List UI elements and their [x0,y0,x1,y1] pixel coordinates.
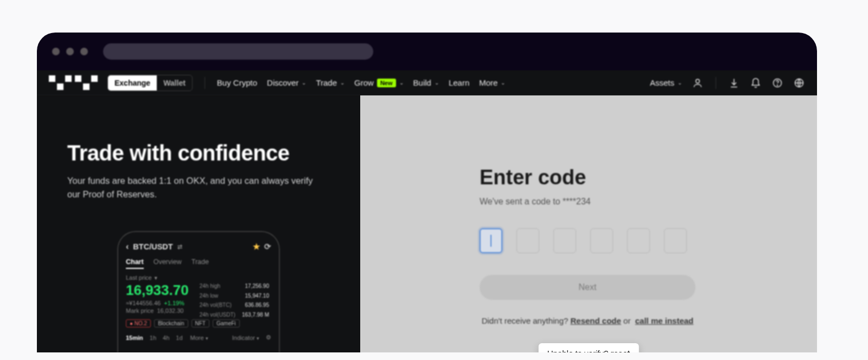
stat-grid: 24h high17,256.90 24h low15,947.10 24h v… [199,281,270,320]
tf-4h: 4h [163,335,169,341]
tf-15min: 15min [126,335,143,341]
settings-icon: ⚙ [266,334,271,341]
help-icon[interactable] [771,77,783,89]
code-digit-6[interactable] [664,228,687,253]
trading-pair: BTC/USDT [133,242,173,251]
brand-logo[interactable] [49,75,98,90]
tab-chart: Chart [126,258,144,269]
hero-title: Trade with confidence [67,141,340,165]
svg-point-2 [777,85,778,85]
hero-subtitle: Your funds are backed 1:1 on OKX, and yo… [67,174,322,201]
nav-buy-crypto[interactable]: Buy Crypto [217,78,257,87]
address-bar[interactable] [103,43,373,60]
chevron-down-icon: ⌄ [435,80,439,86]
chevron-down-icon: ⌄ [501,80,505,86]
mark-price-value: 16,032.30 [157,307,183,314]
tf-indicator: Indicator ▾ [232,335,259,341]
nav-more[interactable]: More⌄ [479,78,505,87]
tab-trade: Trade [192,258,209,269]
reset-tooltip: Unable to verify? reset [539,343,639,352]
nav-grow[interactable]: GrowNew⌄ [354,78,403,87]
price-change: +1.19% [164,300,184,306]
bell-icon[interactable] [750,77,762,89]
sent-message: We've sent a code to ****234 [480,197,774,207]
back-icon: ‹ [126,242,129,252]
mode-toggle: Exchange Wallet [107,75,193,91]
toggle-exchange[interactable]: Exchange [108,75,157,91]
main-split: Trade with confidence Your funds are bac… [37,95,817,352]
code-digit-5[interactable] [627,228,650,253]
app-window: Exchange Wallet Buy Crypto Discover⌄ Tra… [37,70,817,352]
maximize-window-icon[interactable] [80,48,88,55]
tf-1h: 1h [150,335,156,341]
globe-icon[interactable] [793,77,805,89]
code-digit-2[interactable] [516,228,539,253]
nav-assets[interactable]: Assets⌄ [650,78,682,87]
chevron-down-icon: ⌄ [340,80,344,86]
resend-helper: Didn't receive anything? Resend code or … [480,316,695,325]
call-me-link[interactable]: call me instead [635,316,694,325]
chip-blockchain: Blockchain [154,319,188,327]
next-button[interactable]: Next [480,275,695,300]
nav-build[interactable]: Build⌄ [413,78,439,87]
tab-overview: Overview [154,258,182,269]
refresh-icon: ⟳ [264,242,271,251]
code-digit-1[interactable] [480,228,502,253]
window-controls [52,48,88,55]
account-icon[interactable] [692,77,704,89]
chevron-down-icon: ⌄ [678,80,682,86]
reset-link[interactable]: reset [610,349,630,352]
code-digit-3[interactable] [553,228,576,253]
minimize-window-icon[interactable] [66,48,74,55]
svg-point-0 [696,79,700,83]
download-icon[interactable] [728,77,740,89]
top-nav: Exchange Wallet Buy Crypto Discover⌄ Tra… [37,70,817,95]
swap-icon: ⇄ [177,243,182,250]
enter-code-panel: Enter code We've sent a code to ****234 … [360,95,817,352]
nav-separator [716,77,716,89]
nav-separator [205,77,205,89]
code-digit-4[interactable] [590,228,613,253]
tf-more: More ▾ [190,335,208,341]
close-window-icon[interactable] [52,48,60,55]
chip-nft: NFT [192,319,209,327]
phone-mock: ‹ BTC/USDT ⇄ ★ ⟳ Chart Overview Trade La… [117,231,280,352]
hero-panel: Trade with confidence Your funds are bac… [37,95,360,352]
resend-code-link[interactable]: Resend code [571,316,621,325]
nav-trade[interactable]: Trade⌄ [316,78,344,87]
new-badge: New [377,79,396,87]
nav-learn[interactable]: Learn [449,78,469,87]
browser-frame: Exchange Wallet Buy Crypto Discover⌄ Tra… [37,33,817,352]
code-input-group [480,228,774,253]
browser-titlebar [37,33,817,70]
chevron-down-icon: ⌄ [399,80,404,86]
toggle-wallet[interactable]: Wallet [157,75,192,91]
chevron-down-icon: ⌄ [302,80,306,86]
nav-discover[interactable]: Discover⌄ [267,78,306,87]
star-icon: ★ [253,242,260,251]
chip-gamefi: GameFi [213,319,240,327]
last-price-label: Last price [126,274,152,281]
masked-destination: ****234 [563,197,591,206]
approx-price: ≈¥144556.46 [126,300,161,306]
tf-1d: 1d [176,335,182,341]
enter-code-title: Enter code [480,166,774,189]
mark-price-label: Mark price [126,307,154,314]
chip-rank: ● NO.2 [126,319,151,327]
